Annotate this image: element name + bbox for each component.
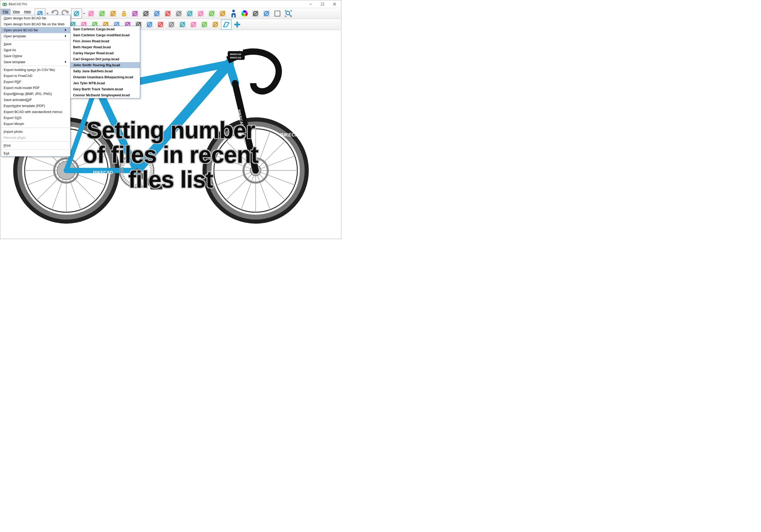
person-icon[interactable] bbox=[228, 9, 239, 19]
separator bbox=[2, 66, 70, 66]
svg-line-152 bbox=[256, 156, 295, 171]
compass-icon[interactable] bbox=[151, 9, 162, 19]
recent-file-item[interactable]: Connor McDavid Singlespeed.bcad bbox=[71, 92, 140, 98]
chainring-icon[interactable] bbox=[250, 9, 261, 19]
file-export-morph[interactable]: Export Morph bbox=[1, 121, 70, 127]
paint-icon[interactable] bbox=[71, 9, 82, 19]
separator bbox=[2, 40, 70, 40]
square-icon[interactable] bbox=[272, 9, 283, 19]
menu-help[interactable]: Help bbox=[22, 9, 33, 14]
recent-file-item[interactable]: Finn Jones Road.bcad bbox=[71, 38, 140, 44]
file-print[interactable]: Print bbox=[1, 143, 70, 148]
svg-text:BIKECA: BIKECA bbox=[280, 132, 299, 138]
rainbow-icon[interactable] bbox=[185, 9, 195, 19]
color-wheel-icon[interactable] bbox=[239, 9, 250, 19]
file-export-bitmap[interactable]: Export Bitmap (BMP, JPG, PNG) bbox=[1, 91, 70, 97]
recent-file-item[interactable]: Orlando Usambara Bikepacking.bcad bbox=[71, 74, 140, 80]
file-remove-photo: Remove photo bbox=[1, 135, 70, 141]
file-save-as[interactable]: Save As bbox=[1, 47, 70, 53]
cassette-icon[interactable] bbox=[155, 20, 166, 30]
svg-rect-55 bbox=[275, 11, 280, 16]
hdim-icon[interactable] bbox=[206, 9, 217, 19]
recent-file-item[interactable]: Beth Harper Road.bcad bbox=[71, 44, 140, 50]
svg-text:BIKECAD: BIKECAD bbox=[230, 53, 241, 56]
svg-line-144 bbox=[256, 141, 285, 170]
titlebar: BikeCAD Pro bbox=[0, 0, 341, 8]
svg-line-154 bbox=[256, 171, 295, 185]
file-export-csv[interactable]: Export building specs (in CSV file) bbox=[1, 67, 70, 73]
recent-file-item[interactable]: Carley Harper Road.bcad bbox=[71, 50, 140, 56]
minimize-button[interactable] bbox=[305, 0, 317, 8]
menu-help-label: Help bbox=[24, 10, 31, 14]
toolbar-dropdown-toggle[interactable] bbox=[82, 9, 85, 19]
svg-point-56 bbox=[286, 11, 290, 15]
menu-file[interactable]: File bbox=[1, 9, 10, 14]
menu-file-label: File bbox=[3, 10, 8, 14]
separator bbox=[2, 149, 70, 149]
close-button[interactable] bbox=[328, 0, 341, 8]
book-icon[interactable] bbox=[163, 9, 173, 19]
file-save-gif[interactable]: Save animated GIF bbox=[1, 97, 70, 103]
file-export-freecad[interactable]: Export to FreeCAD bbox=[1, 73, 70, 79]
note-icon[interactable] bbox=[217, 9, 228, 19]
file-import-photo[interactable]: Import photo bbox=[1, 129, 70, 135]
pedal-icon[interactable] bbox=[188, 20, 199, 30]
menu-view[interactable]: View bbox=[10, 9, 22, 14]
magnet-icon[interactable] bbox=[97, 9, 107, 19]
lock-icon[interactable] bbox=[119, 9, 129, 19]
title-block-icon[interactable] bbox=[174, 9, 184, 19]
file-exit[interactable]: Exit bbox=[1, 150, 70, 156]
file-export-multi-pdf[interactable]: Export multi-model PDF bbox=[1, 85, 70, 91]
dropout-icon[interactable] bbox=[144, 20, 155, 30]
zoom-fit-icon[interactable] bbox=[283, 9, 294, 19]
separator bbox=[2, 128, 70, 128]
recent-files-submenu: Sam Carleton Cargo.bcadSam Carleton Carg… bbox=[70, 26, 140, 98]
file-export-svg[interactable]: Export SVG bbox=[1, 115, 70, 121]
file-open-template[interactable]: Open template bbox=[1, 33, 70, 39]
brake-lever-icon[interactable] bbox=[166, 20, 177, 30]
overlay-caption: Setting number of files in recent files … bbox=[83, 118, 259, 192]
window-controls bbox=[305, 0, 341, 8]
svg-point-47 bbox=[232, 10, 235, 12]
file-menu-dropdown: Open design from BCAD file Open design f… bbox=[1, 15, 71, 156]
frame-select-icon[interactable] bbox=[221, 20, 231, 30]
svg-line-146 bbox=[256, 171, 285, 200]
svg-line-113 bbox=[223, 23, 225, 27]
window-title: BikeCAD Pro bbox=[9, 2, 27, 6]
recent-file-item[interactable]: Sam Carleton Cargo.bcad bbox=[71, 26, 140, 32]
file-save[interactable]: Save bbox=[1, 41, 70, 47]
recent-file-item[interactable]: Sally Jane Bakfiets.bcad bbox=[71, 68, 140, 74]
recent-file-item[interactable]: Gary Barth Track Tandem.bcad bbox=[71, 86, 140, 92]
file-save-template[interactable]: Save template bbox=[1, 59, 70, 65]
svg-rect-115 bbox=[234, 24, 240, 25]
svg-text:BIKECAD: BIKECAD bbox=[230, 56, 241, 59]
deraileur-icon[interactable] bbox=[199, 20, 209, 30]
file-open-recent[interactable]: Open recent BCAD file bbox=[1, 27, 70, 33]
caliper-icon[interactable] bbox=[177, 20, 188, 30]
svg-point-48 bbox=[241, 10, 248, 17]
maximize-button[interactable] bbox=[317, 0, 328, 8]
recent-file-item[interactable]: John Smith Touring Rig.bcad bbox=[71, 62, 140, 68]
recent-file-item[interactable]: Carl Gregson Dirt jump.bcad bbox=[71, 56, 140, 62]
file-export-std[interactable]: Export BCAD with standardized menus bbox=[1, 109, 70, 115]
file-open-web[interactable]: Open design from BCAD file on the Web bbox=[1, 21, 70, 27]
file-open-bcad[interactable]: Open design from BCAD file bbox=[1, 15, 70, 21]
app-icon bbox=[2, 2, 7, 6]
svg-line-57 bbox=[289, 14, 291, 16]
red-swoosh-icon[interactable] bbox=[141, 9, 151, 19]
file-export-pdf[interactable]: Export PDF bbox=[1, 79, 70, 85]
chainring2-icon[interactable] bbox=[210, 20, 220, 30]
recent-file-item[interactable]: Jen Tyler MTB.bcad bbox=[71, 80, 140, 86]
menu-view-label: View bbox=[13, 10, 20, 14]
svg-rect-19 bbox=[122, 13, 126, 16]
add-icon[interactable] bbox=[232, 20, 242, 30]
svg-line-110 bbox=[225, 22, 229, 23]
recent-file-item[interactable]: Sam Carleton Cargo modified.bcad bbox=[71, 32, 140, 38]
texture-icon[interactable] bbox=[130, 9, 140, 19]
eye-icon[interactable] bbox=[196, 9, 206, 19]
file-export-mitre[interactable]: Export mitre template (PDF) bbox=[1, 103, 70, 109]
paint-drop-icon[interactable] bbox=[86, 9, 96, 19]
extrude-icon[interactable] bbox=[261, 9, 272, 19]
file-save-online[interactable]: Save Online bbox=[1, 53, 70, 59]
fork-icon[interactable] bbox=[108, 9, 118, 19]
